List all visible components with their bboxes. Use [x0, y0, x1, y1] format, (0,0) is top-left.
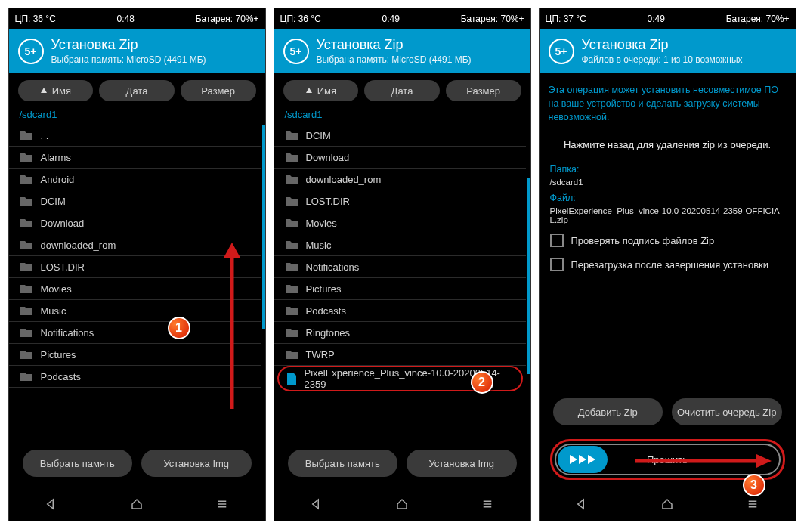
current-path: /sdcard1: [9, 106, 265, 125]
row-label: Download: [41, 218, 85, 229]
file-list[interactable]: DCIMDownloaddownloaded_romLOST.DIRMovies…: [274, 125, 530, 438]
sort-date-button[interactable]: Дата: [99, 80, 175, 101]
sort-size-button[interactable]: Размер: [446, 80, 521, 101]
annotation-callout-2: 2: [471, 371, 493, 394]
nav-back-icon[interactable]: [310, 497, 323, 511]
select-storage-button[interactable]: Выбрать память: [23, 450, 133, 477]
folder-row[interactable]: DCIM: [274, 125, 526, 147]
app-header: 5+ Установка Zip Выбрана память: MicroSD…: [9, 29, 265, 73]
annotation-callout-1: 1: [168, 317, 190, 339]
nav-back-icon[interactable]: [575, 497, 589, 511]
sort-row: Имя Дата Размер: [274, 73, 530, 106]
nav-bar: [9, 487, 265, 521]
install-image-button[interactable]: Установка Img: [407, 450, 517, 477]
queue-count-icon: 5+: [283, 39, 309, 64]
row-label: Music: [41, 305, 66, 317]
row-label: Pictures: [306, 283, 342, 295]
folder-row[interactable]: Music: [274, 234, 526, 256]
verify-signature-label: Проверять подпись файлов Zip: [571, 235, 715, 246]
row-label: LOST.DIR: [41, 261, 85, 273]
folder-row[interactable]: downloaded_rom: [274, 169, 526, 190]
folder-row[interactable]: Alarms: [9, 147, 261, 169]
folder-row[interactable]: Ringtones: [274, 322, 526, 344]
select-storage-button[interactable]: Выбрать память: [288, 450, 398, 477]
file-label: Файл:: [550, 193, 785, 203]
checkbox-icon: [550, 258, 564, 271]
queue-count-icon: 5+: [18, 39, 44, 64]
row-label: DCIM: [41, 196, 66, 207]
nav-home-icon[interactable]: [395, 497, 409, 511]
sort-name-button[interactable]: Имя: [283, 80, 359, 101]
row-label: LOST.DIR: [306, 196, 351, 207]
row-label: Movies: [306, 218, 337, 229]
nav-menu-icon[interactable]: [215, 497, 229, 511]
folder-row[interactable]: Notifications: [274, 256, 526, 278]
row-label: Pictures: [41, 349, 76, 360]
swipe-to-flash-highlight: Прошить: [550, 439, 785, 480]
status-time: 0:49: [321, 14, 461, 24]
row-label: . .: [41, 130, 49, 141]
hint-text: Нажмите назад для удаления zip из очеред…: [540, 131, 796, 158]
nav-bar: [274, 487, 530, 521]
folder-row[interactable]: . .: [9, 125, 261, 147]
row-label: Ringtones: [306, 327, 351, 339]
page-subtitle: Выбрана память: MicroSD (4491 МБ): [51, 54, 206, 65]
page-title: Установка Zip: [582, 37, 743, 53]
sort-date-button[interactable]: Дата: [364, 80, 440, 101]
annotation-callout-3: 3: [743, 474, 765, 496]
verify-signature-checkbox[interactable]: Проверять подпись файлов Zip: [550, 234, 785, 247]
scrollbar[interactable]: [527, 178, 530, 374]
sort-asc-icon: [305, 87, 313, 94]
clear-queue-button[interactable]: Очистить очередь Zip: [672, 398, 782, 425]
annotation-arrow: [221, 243, 243, 416]
reboot-after-checkbox[interactable]: Перезагрузка после завершения установки: [550, 258, 785, 271]
status-cpu: ЦП: 36 °C: [15, 14, 56, 24]
folder-row[interactable]: Pictures: [274, 278, 526, 300]
folder-row[interactable]: LOST.DIR: [274, 190, 526, 212]
nav-back-icon[interactable]: [45, 497, 58, 511]
row-label: TWRP: [306, 349, 335, 360]
checkbox-icon: [550, 234, 564, 247]
folder-row[interactable]: Podcasts: [274, 300, 526, 322]
row-label: Notifications: [306, 261, 360, 273]
nav-menu-icon[interactable]: [746, 497, 759, 511]
folder-row[interactable]: Download: [274, 147, 526, 169]
sort-date-label: Дата: [126, 85, 148, 97]
folder-row[interactable]: Movies: [274, 212, 526, 234]
nav-menu-icon[interactable]: [481, 497, 494, 511]
sort-name-button[interactable]: Имя: [18, 80, 94, 101]
row-label: downloaded_rom: [306, 174, 382, 185]
svg-marker-3: [306, 88, 312, 93]
install-image-button[interactable]: Установка Img: [141, 450, 252, 477]
sort-name-label: Имя: [52, 85, 71, 97]
row-label: Music: [306, 240, 332, 251]
app-header: 5+ Установка Zip Файлов в очереди: 1 из …: [540, 29, 796, 73]
svg-marker-0: [41, 88, 47, 93]
screen-1: ЦП: 36 °C 0:48 Батарея: 70%+ 5+ Установк…: [8, 8, 266, 521]
folder-row[interactable]: Download: [9, 212, 261, 234]
sort-name-label: Имя: [317, 85, 336, 97]
row-label: Podcasts: [306, 305, 346, 317]
scrollbar[interactable]: [262, 125, 265, 329]
folder-row[interactable]: DCIM: [9, 190, 261, 212]
annotation-arrow: [635, 452, 772, 470]
queue-count-icon: 5+: [549, 39, 574, 64]
page-title: Установка Zip: [51, 37, 206, 53]
row-label: downloaded_rom: [41, 240, 116, 251]
nav-home-icon[interactable]: [660, 497, 674, 511]
status-bar: ЦП: 36 °C 0:48 Батарея: 70%+: [9, 8, 265, 29]
folder-value: /sdcard1: [550, 178, 785, 187]
file-value: PixelExperience_Plus_vince-10.0-20200514…: [550, 206, 785, 224]
row-label: Movies: [41, 283, 72, 295]
status-battery: Батарея: 70%+: [461, 14, 524, 24]
nav-home-icon[interactable]: [130, 497, 144, 511]
row-label: Android: [41, 174, 75, 185]
folder-row[interactable]: TWRP: [274, 344, 526, 366]
app-header: 5+ Установка Zip Выбрана память: MicroSD…: [274, 29, 530, 73]
sort-size-button[interactable]: Размер: [181, 80, 256, 101]
row-label: DCIM: [306, 130, 331, 141]
add-zip-button[interactable]: Добавить Zip: [553, 398, 663, 425]
current-path: /sdcard1: [274, 106, 530, 125]
status-cpu: ЦП: 36 °C: [280, 14, 321, 24]
folder-row[interactable]: Android: [9, 169, 261, 190]
